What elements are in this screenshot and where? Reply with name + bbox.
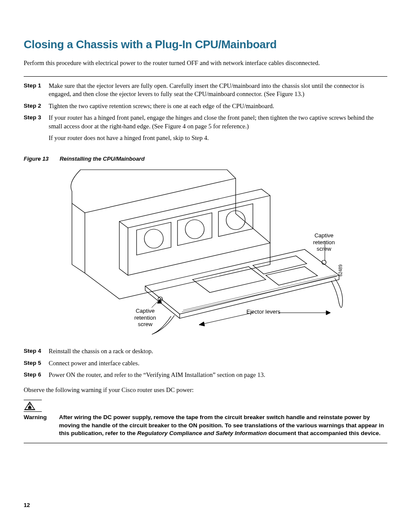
warning-label: Warning	[24, 414, 59, 438]
intro-paragraph: Perform this procedure with electrical p…	[24, 59, 387, 68]
figure-illustration: Captiveretentionscrew Captiveretentionsc…	[63, 165, 348, 338]
page-number: 12	[24, 502, 30, 508]
callout-right-screw: Captiveretentionscrew	[309, 232, 339, 252]
step-text: Tighten the two captive retention screws…	[49, 101, 387, 113]
divider	[24, 443, 387, 443]
svg-marker-7	[326, 311, 330, 315]
step-label: Step 4	[24, 346, 49, 358]
step-label: Step 6	[24, 370, 49, 382]
callout-ejector: Ejector levers	[246, 308, 280, 315]
figure-ident-number: 62489	[338, 264, 343, 277]
step-label: Step 1	[24, 81, 49, 101]
figure-title: Reinstalling the CPU/Mainboard	[59, 156, 144, 162]
warning-rule	[24, 411, 42, 412]
svg-point-1	[185, 220, 204, 239]
svg-marker-6	[199, 322, 205, 326]
observe-paragraph: Observe the following warning if your Ci…	[24, 386, 387, 394]
step-label: Step 3	[24, 113, 49, 145]
divider	[24, 76, 387, 77]
figure-number: Figure 13	[24, 156, 49, 162]
step-label: Step 2	[24, 101, 49, 113]
step-text: Make sure that the ejector levers are fu…	[49, 81, 387, 101]
step-text: Connect power and interface cables.	[49, 358, 387, 370]
step-text: Reinstall the chassis on a rack or deskt…	[49, 346, 387, 358]
chassis-diagram-svg	[63, 165, 348, 338]
step-row: Step 2 Tighten the two captive retention…	[24, 101, 387, 113]
step-row: Step 1 Make sure that the ejector levers…	[24, 81, 387, 101]
figure-caption: Figure 13 Reinstalling the CPU/Mainboard	[24, 156, 387, 162]
step-row: Step 4 Reinstall the chassis on a rack o…	[24, 346, 387, 358]
step-text: If your router has a hinged front panel,…	[49, 113, 387, 145]
step-row: Step 3 If your router has a hinged front…	[24, 113, 387, 145]
warning-text: After wiring the DC power supply, remove…	[59, 414, 387, 438]
steps-table-a: Step 1 Make sure that the ejector levers…	[24, 81, 387, 145]
callout-left-screw: Captiveretentionscrew	[130, 308, 160, 328]
warning-block: Warning After wiring the DC power supply…	[24, 400, 387, 438]
step-text: Power ON the router, and refer to the “V…	[49, 370, 387, 382]
step-row: Step 5 Connect power and interface cable…	[24, 358, 387, 370]
svg-point-0	[144, 229, 163, 248]
warning-rule	[24, 400, 42, 400]
step-row: Step 6 Power ON the router, and refer to…	[24, 370, 387, 382]
section-title: Closing a Chassis with a Plug-In CPU/Mai…	[24, 38, 387, 51]
steps-table-b: Step 4 Reinstall the chassis on a rack o…	[24, 346, 387, 382]
step-label: Step 5	[24, 358, 49, 370]
warning-icon	[24, 401, 36, 411]
